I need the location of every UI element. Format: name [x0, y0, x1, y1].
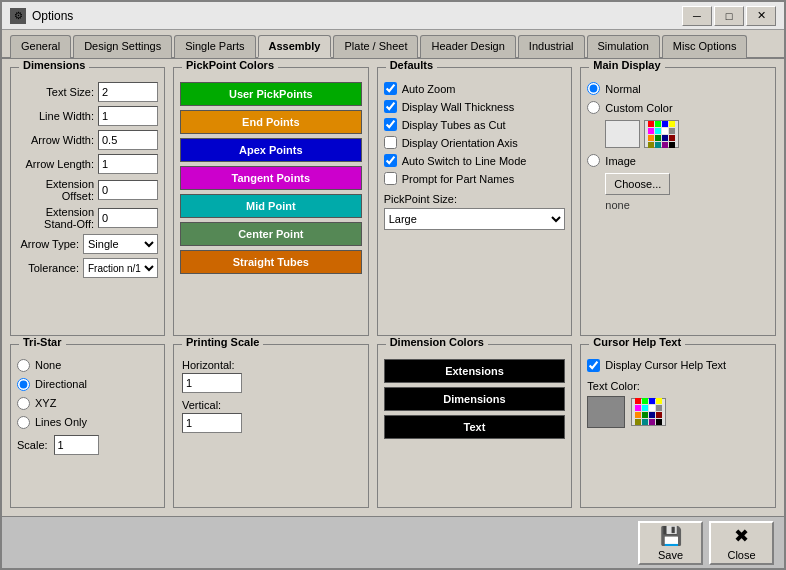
pickpoint-size-select[interactable]: Large Medium Small: [384, 208, 566, 230]
dimension-colors-title: Dimension Colors: [386, 336, 488, 348]
tab-single-parts[interactable]: Single Parts: [174, 35, 255, 58]
text-color-btn[interactable]: Text: [384, 415, 566, 439]
dimension-colors-group: Dimension Colors Extensions Dimensions T…: [377, 344, 573, 509]
arrow-length-label: Arrow Length:: [17, 158, 94, 170]
extension-standoff-label: Extension Stand-Off:: [17, 206, 94, 230]
tangent-points-btn[interactable]: Tangent Points: [180, 166, 362, 190]
display-orientation-axis-checkbox[interactable]: [384, 136, 397, 149]
user-pickpoints-btn[interactable]: User PickPoints: [180, 82, 362, 106]
auto-zoom-label: Auto Zoom: [402, 83, 456, 95]
tab-industrial[interactable]: Industrial: [518, 35, 585, 58]
content-area: Dimensions Text Size: Line Width: Arrow …: [2, 59, 784, 516]
auto-switch-checkbox[interactable]: [384, 154, 397, 167]
dimensions-color-btn[interactable]: Dimensions: [384, 387, 566, 411]
arrow-type-select[interactable]: Single Double None: [83, 234, 158, 254]
defaults-group: Defaults Auto Zoom Display Wall Thicknes…: [377, 67, 573, 336]
tab-assembly[interactable]: Assembly: [258, 35, 332, 58]
text-size-label: Text Size:: [17, 86, 94, 98]
footer: 💾 Save ✖ Close: [2, 516, 784, 568]
display-tubes-as-cut-label: Display Tubes as Cut: [402, 119, 506, 131]
mid-point-btn[interactable]: Mid Point: [180, 194, 362, 218]
tristar-lines-label: Lines Only: [35, 416, 87, 428]
tolerance-select[interactable]: Fraction n/16 Decimal: [83, 258, 158, 278]
color-grid-icon: [648, 121, 675, 148]
choose-image-button[interactable]: Choose...: [605, 173, 670, 195]
arrow-type-label: Arrow Type:: [17, 238, 79, 250]
vertical-input[interactable]: [182, 413, 242, 433]
arrow-width-input[interactable]: [98, 130, 158, 150]
pickpoint-colors-group: PickPoint Colors User PickPoints End Poi…: [173, 67, 369, 336]
arrow-length-input[interactable]: [98, 154, 158, 174]
extension-offset-label: Extension Offset:: [17, 178, 94, 202]
vertical-label: Vertical:: [182, 399, 221, 411]
main-display-title: Main Display: [589, 59, 664, 71]
close-button[interactable]: ✕: [746, 6, 776, 26]
tab-simulation[interactable]: Simulation: [587, 35, 660, 58]
window: ⚙ Options ─ □ ✕ General Design Settings …: [0, 0, 786, 570]
prompt-part-names-checkbox[interactable]: [384, 172, 397, 185]
custom-color-radio[interactable]: [587, 101, 600, 114]
text-color-grid-button[interactable]: [631, 398, 666, 426]
tab-plate-sheet[interactable]: Plate / Sheet: [333, 35, 418, 58]
display-wall-thickness-checkbox[interactable]: [384, 100, 397, 113]
text-size-input[interactable]: [98, 82, 158, 102]
pickpoint-colors-title: PickPoint Colors: [182, 59, 278, 71]
dimensions-group: Dimensions Text Size: Line Width: Arrow …: [10, 67, 165, 336]
display-cursor-help-checkbox[interactable]: [587, 359, 600, 372]
extension-standoff-input[interactable]: [98, 208, 158, 228]
text-color-grid-icon: [635, 398, 662, 425]
tristar-title: Tri-Star: [19, 336, 66, 348]
maximize-button[interactable]: □: [714, 6, 744, 26]
custom-color-label: Custom Color: [605, 102, 672, 114]
window-title: Options: [32, 9, 73, 23]
apex-points-btn[interactable]: Apex Points: [180, 138, 362, 162]
tristar-lines-radio[interactable]: [17, 416, 30, 429]
printing-scale-title: Printing Scale: [182, 336, 263, 348]
extensions-color-btn[interactable]: Extensions: [384, 359, 566, 383]
tristar-none-radio[interactable]: [17, 359, 30, 372]
dimensions-title: Dimensions: [19, 59, 89, 71]
arrow-width-label: Arrow Width:: [17, 134, 94, 146]
display-orientation-axis-label: Display Orientation Axis: [402, 137, 518, 149]
line-width-label: Line Width:: [17, 110, 94, 122]
scale-input[interactable]: [54, 435, 99, 455]
tab-general[interactable]: General: [10, 35, 71, 58]
main-display-group: Main Display Normal Custom Color: [580, 67, 776, 336]
auto-zoom-checkbox[interactable]: [384, 82, 397, 95]
color-grid-button[interactable]: [644, 120, 679, 148]
straight-tubes-btn[interactable]: Straight Tubes: [180, 250, 362, 274]
tolerance-label: Tolerance:: [17, 262, 79, 274]
normal-radio[interactable]: [587, 82, 600, 95]
end-points-btn[interactable]: End Points: [180, 110, 362, 134]
horizontal-label: Horizontal:: [182, 359, 235, 371]
window-controls: ─ □ ✕: [682, 6, 776, 26]
image-radio[interactable]: [587, 154, 600, 167]
tristar-directional-label: Directional: [35, 378, 87, 390]
normal-label: Normal: [605, 83, 640, 95]
center-point-btn[interactable]: Center Point: [180, 222, 362, 246]
cursor-help-group: Cursor Help Text Display Cursor Help Tex…: [580, 344, 776, 509]
line-width-input[interactable]: [98, 106, 158, 126]
image-label: Image: [605, 155, 636, 167]
custom-color-swatch: [605, 120, 640, 148]
tristar-group: Tri-Star None Directional XYZ Lines Only…: [10, 344, 165, 509]
tab-design-settings[interactable]: Design Settings: [73, 35, 172, 58]
extension-offset-input[interactable]: [98, 180, 158, 200]
tab-misc-options[interactable]: Misc Options: [662, 35, 748, 58]
tab-header-design[interactable]: Header Design: [420, 35, 515, 58]
save-button[interactable]: 💾 Save: [638, 521, 703, 565]
close-label: Close: [727, 549, 755, 561]
tristar-xyz-label: XYZ: [35, 397, 56, 409]
scale-label: Scale:: [17, 439, 48, 451]
horizontal-input[interactable]: [182, 373, 242, 393]
display-cursor-help-label: Display Cursor Help Text: [605, 359, 726, 371]
title-bar: ⚙ Options ─ □ ✕: [2, 2, 784, 30]
text-color-label: Text Color:: [587, 380, 769, 392]
close-icon: ✖: [734, 525, 749, 547]
tristar-directional-radio[interactable]: [17, 378, 30, 391]
minimize-button[interactable]: ─: [682, 6, 712, 26]
display-tubes-as-cut-checkbox[interactable]: [384, 118, 397, 131]
window-icon: ⚙: [10, 8, 26, 24]
tristar-xyz-radio[interactable]: [17, 397, 30, 410]
close-button-footer[interactable]: ✖ Close: [709, 521, 774, 565]
